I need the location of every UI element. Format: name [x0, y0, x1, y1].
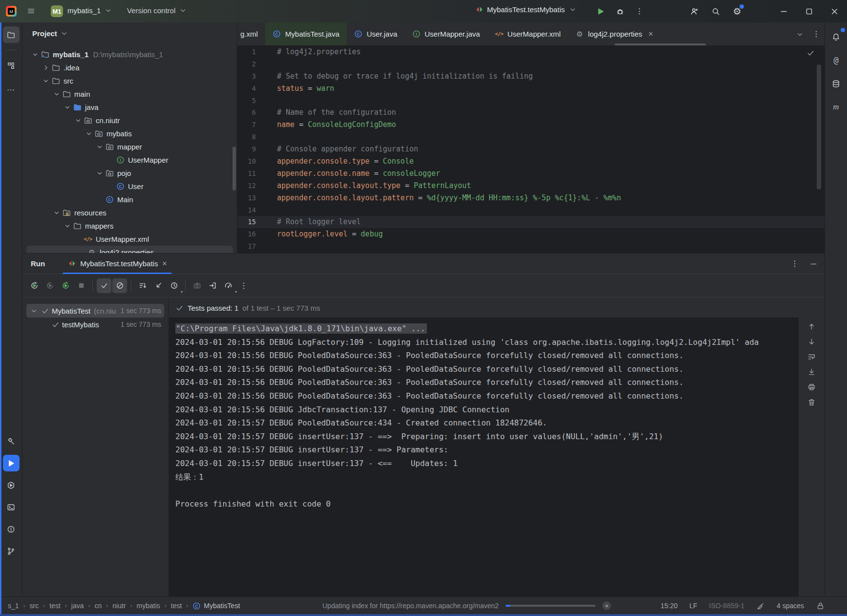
- soft-wrap-button[interactable]: [806, 351, 818, 362]
- scroll-down-button[interactable]: [806, 336, 818, 347]
- run-button[interactable]: [594, 5, 607, 18]
- run-configuration-widget[interactable]: MybatisTest.testMybatis: [475, 5, 577, 14]
- scroll-to-end-button[interactable]: [806, 366, 818, 377]
- more-options-button[interactable]: ⋮: [236, 278, 251, 293]
- hide-panel-icon[interactable]: [809, 259, 818, 268]
- highlighting-off-icon[interactable]: [756, 601, 765, 610]
- project-panel-header[interactable]: Project: [22, 22, 237, 42]
- tree-item-java[interactable]: java: [22, 101, 237, 114]
- toggle-auto-test-button[interactable]: [58, 278, 73, 293]
- tree-item-idea[interactable]: .idea: [22, 61, 237, 74]
- editor-scrollbar-thumb[interactable]: [817, 64, 821, 190]
- tree-item-mappers[interactable]: mappers: [22, 219, 237, 233]
- breadcrumb-item-test[interactable]: test: [49, 602, 61, 610]
- structure-tool-button[interactable]: [3, 57, 20, 74]
- tree-item-user[interactable]: CUser: [22, 180, 237, 193]
- debug-button[interactable]: [614, 5, 626, 18]
- maven-button[interactable]: m: [828, 99, 845, 115]
- caret-position[interactable]: 15:20: [660, 602, 678, 610]
- close-icon[interactable]: ✕: [162, 260, 167, 267]
- stop-process-button[interactable]: [74, 278, 88, 293]
- tree-item-mybatis-1[interactable]: mybatis_1D:\mybatis\mybatis_1: [22, 48, 237, 61]
- tabs-options-icon[interactable]: ⋮: [812, 30, 821, 39]
- rerun-failed-tests-button[interactable]: [42, 278, 57, 293]
- indent-setting[interactable]: 4 spaces: [777, 602, 804, 610]
- breadcrumb-item-java[interactable]: java: [71, 602, 84, 610]
- breadcrumb-item-s-1[interactable]: s_1: [8, 602, 19, 610]
- tree-item-mapper[interactable]: mapper: [22, 140, 237, 153]
- search-everywhere-button[interactable]: [709, 5, 722, 18]
- clear-all-button[interactable]: [806, 397, 818, 407]
- notifications-button[interactable]: [828, 28, 845, 45]
- editor-tab-usermapper-java[interactable]: IUserMapper.java: [404, 22, 487, 45]
- rerun-tests-button[interactable]: [27, 278, 42, 293]
- scroll-up-button[interactable]: [806, 321, 818, 332]
- lock-icon[interactable]: [816, 601, 825, 610]
- editor-tab-g-xml[interactable]: g.xml: [237, 22, 265, 45]
- project-tree-scrollbar-thumb[interactable]: [233, 147, 236, 191]
- ai-assistant-button[interactable]: @: [828, 52, 845, 68]
- main-menu-icon[interactable]: [26, 6, 35, 15]
- chevron-down-icon[interactable]: [42, 77, 50, 85]
- chevron-down-icon[interactable]: [96, 143, 104, 151]
- chevron-down-icon[interactable]: [96, 169, 104, 178]
- run-tool-button[interactable]: [3, 455, 20, 471]
- run-tab-mybatistest[interactable]: MybatisTest.testMybatis ✕: [62, 254, 173, 274]
- tree-item-usermapper[interactable]: IUserMapper: [22, 153, 237, 167]
- minimize-button[interactable]: [771, 0, 796, 22]
- inspections-passed-icon[interactable]: [806, 48, 815, 57]
- test-node-testmybatis[interactable]: testMybatis1 sec 773 ms: [26, 318, 164, 331]
- editor-tab-user-java[interactable]: CUser.java: [347, 22, 405, 45]
- tree-item-cn-niutr[interactable]: cn.niutr: [22, 114, 237, 127]
- add-user-button[interactable]: [688, 5, 700, 18]
- build-tool-button[interactable]: [3, 433, 20, 449]
- test-node-mybatistest[interactable]: MybatisTest(cn.niu1 sec 773 ms: [26, 304, 164, 318]
- import-test-results-button[interactable]: [205, 278, 220, 293]
- chevron-down-icon[interactable]: [85, 129, 93, 138]
- project-tool-button[interactable]: [3, 26, 20, 43]
- tree-item-main[interactable]: main: [22, 87, 237, 101]
- more-run-options-button[interactable]: ⋮: [633, 5, 646, 18]
- project-switcher[interactable]: mybatis_1: [67, 6, 112, 15]
- chevron-right-icon[interactable]: [42, 64, 50, 72]
- chevron-down-icon[interactable]: [31, 50, 39, 59]
- terminal-tool-button[interactable]: [3, 499, 20, 515]
- tree-item-usermapper-xml[interactable]: </>UserMapper.xml: [22, 233, 237, 246]
- profiler-button[interactable]: ▾: [221, 278, 235, 293]
- chevron-down-icon[interactable]: [53, 209, 61, 217]
- tree-item-log4j2-properties[interactable]: ⚙log4j2.properties: [26, 246, 233, 253]
- breadcrumb-item-niutr[interactable]: niutr: [112, 602, 126, 610]
- vcs-widget[interactable]: Version control: [127, 6, 187, 15]
- chevron-down-icon[interactable]: [64, 103, 71, 112]
- breadcrumb-item-test[interactable]: test: [171, 602, 182, 610]
- editor-tab-mybatistest-java[interactable]: CMybatisTest.java: [265, 22, 347, 45]
- editor[interactable]: 1# log4j2.properties23# Set to debug or …: [237, 46, 825, 253]
- editor-tab-usermapper-xml[interactable]: </>UserMapper.xml: [487, 22, 568, 45]
- chevron-down-icon[interactable]: [53, 90, 61, 99]
- line-ending[interactable]: LF: [689, 602, 697, 610]
- more-tools-button[interactable]: …: [3, 80, 20, 96]
- chevron-down-icon[interactable]: [29, 306, 38, 315]
- editor-tab-log4j2-properties[interactable]: ⚙log4j2.properties✕: [568, 22, 661, 45]
- chevron-down-icon[interactable]: [64, 222, 71, 231]
- print-button[interactable]: [806, 382, 818, 392]
- breadcrumb-item-src[interactable]: src: [30, 602, 39, 610]
- services-tool-button[interactable]: [3, 477, 20, 493]
- tabs-list-icon[interactable]: [795, 30, 804, 39]
- breadcrumb-item-mybatistest[interactable]: CMybatisTest: [192, 602, 240, 610]
- show-passed-button[interactable]: [97, 278, 111, 293]
- test-history-button[interactable]: ▾: [167, 278, 181, 293]
- sort-by-duration-button[interactable]: [135, 278, 150, 293]
- run-panel-options-icon[interactable]: ⋮: [790, 259, 799, 268]
- project-badge[interactable]: M1: [51, 5, 63, 17]
- version-control-tool-button[interactable]: [3, 543, 20, 559]
- settings-button[interactable]: ⚙: [731, 5, 743, 18]
- breadcrumb-item-mybatis[interactable]: mybatis: [137, 602, 160, 610]
- problems-tool-button[interactable]: [3, 521, 20, 537]
- chevron-down-icon[interactable]: [74, 116, 82, 125]
- file-encoding[interactable]: ISO-8859-1: [709, 602, 744, 610]
- run-console[interactable]: "C:\Program Files\Java\jdk1.8.0_171\bin\…: [169, 318, 799, 596]
- tree-item-main[interactable]: CMain: [22, 193, 237, 206]
- show-ignored-button[interactable]: [112, 278, 127, 293]
- tree-item-resources[interactable]: resources: [22, 206, 237, 219]
